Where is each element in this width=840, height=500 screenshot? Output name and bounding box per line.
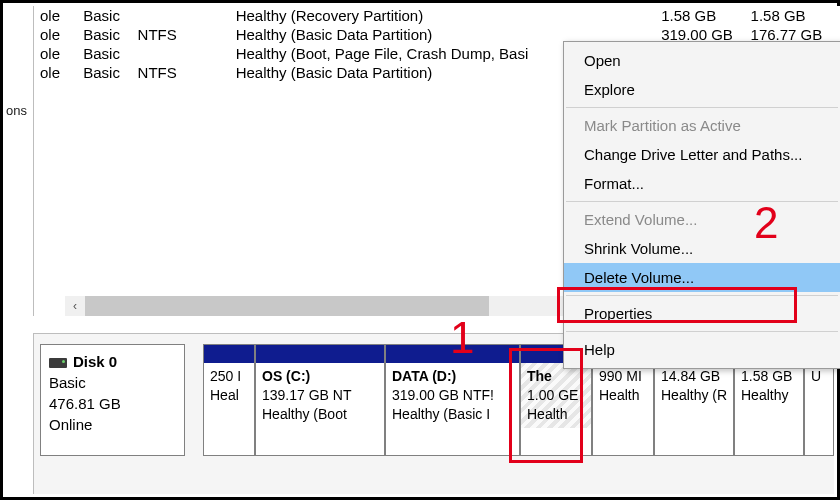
disk-title: Disk 0 (73, 353, 117, 370)
menu-mark-active: Mark Partition as Active (564, 111, 840, 140)
disk-size: 476.81 GB (49, 393, 176, 414)
disk-type: Basic (49, 372, 176, 393)
partition-status: Health (599, 386, 647, 405)
menu-separator (566, 295, 838, 296)
col-type: Basic (83, 25, 137, 44)
col-layout: ole (34, 63, 83, 82)
col-status: Healthy (Recovery Partition) (236, 6, 662, 25)
menu-help[interactable]: Help (564, 335, 840, 364)
partition-size: 14.84 GB (661, 367, 727, 386)
col-type: Basic (83, 6, 137, 25)
menu-explore[interactable]: Explore (564, 75, 840, 104)
col-layout: ole (34, 25, 83, 44)
table-row[interactable]: ole Basic Healthy (Recovery Partition) 1… (34, 6, 840, 25)
col-capacity: 1.58 GB (661, 6, 750, 25)
context-menu: Open Explore Mark Partition as Active Ch… (563, 41, 840, 369)
partition-size: 1.00 GE (527, 386, 585, 405)
col-free: 1.58 GB (751, 6, 840, 25)
partition-status: Healthy (741, 386, 797, 405)
partition-size: 990 MI (599, 367, 647, 386)
col-filesystem (138, 6, 236, 25)
menu-separator (566, 331, 838, 332)
menu-open[interactable]: Open (564, 46, 840, 75)
col-filesystem (138, 44, 236, 63)
partition-block[interactable]: DATA (D:) 319.00 GB NTF! Healthy (Basic … (385, 344, 520, 456)
partition-status: Health (527, 405, 585, 424)
partition-color-bar (386, 345, 519, 363)
col-type: Basic (83, 44, 137, 63)
disk-state: Online (49, 414, 176, 435)
left-panel-fragment: ons (6, 103, 31, 118)
menu-shrink-volume[interactable]: Shrink Volume... (564, 234, 840, 263)
partition-status: Healthy (R (661, 386, 727, 405)
col-filesystem: NTFS (138, 25, 236, 44)
menu-separator (566, 107, 838, 108)
menu-extend-volume: Extend Volume... (564, 205, 840, 234)
col-filesystem: NTFS (138, 63, 236, 82)
col-layout: ole (34, 44, 83, 63)
partition-status: U (811, 367, 827, 386)
partition-size: 1.58 GB (741, 367, 797, 386)
partition-size: 250 I (210, 367, 248, 386)
col-layout: ole (34, 6, 83, 25)
menu-format[interactable]: Format... (564, 169, 840, 198)
partition-size: 319.00 GB NTF! (392, 386, 513, 405)
disk-header[interactable]: Disk 0 Basic 476.81 GB Online (40, 344, 185, 456)
partition-label: OS (C:) (262, 367, 378, 386)
partition-block[interactable]: 250 I Heal (203, 344, 255, 456)
menu-delete-volume[interactable]: Delete Volume... (564, 263, 840, 292)
partition-status: Heal (210, 386, 248, 405)
scroll-thumb[interactable] (85, 296, 489, 316)
partition-status: Healthy (Basic I (392, 405, 513, 424)
partition-label: DATA (D:) (392, 367, 513, 386)
partition-color-bar (256, 345, 384, 363)
col-type: Basic (83, 63, 137, 82)
menu-change-drive-letter[interactable]: Change Drive Letter and Paths... (564, 140, 840, 169)
menu-separator (566, 201, 838, 202)
partition-label: The (527, 367, 585, 386)
partition-block[interactable]: OS (C:) 139.17 GB NT Healthy (Boot (255, 344, 385, 456)
menu-properties[interactable]: Properties (564, 299, 840, 328)
disk-icon (49, 358, 67, 368)
partition-color-bar (204, 345, 254, 363)
partition-size: 139.17 GB NT (262, 386, 378, 405)
scroll-left-icon[interactable]: ‹ (65, 296, 85, 316)
partition-status: Healthy (Boot (262, 405, 378, 424)
